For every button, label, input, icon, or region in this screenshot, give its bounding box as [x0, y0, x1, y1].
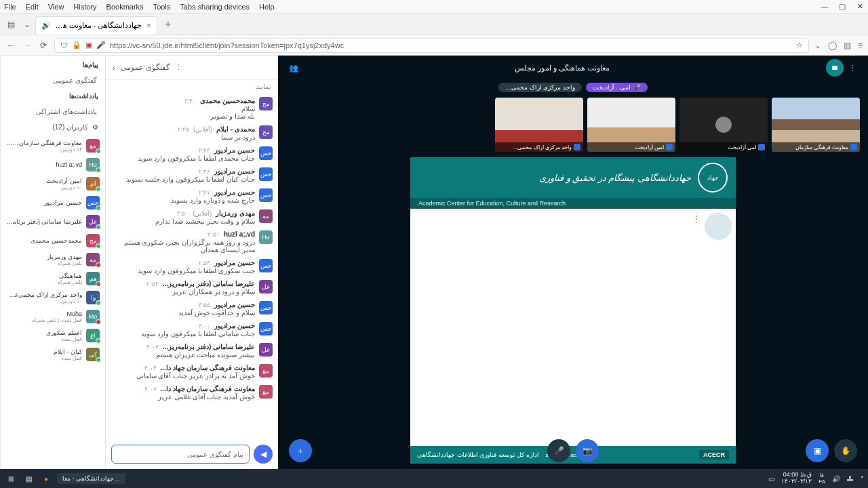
raise-hand-button[interactable]: ✋	[834, 439, 857, 462]
webcam-button[interactable]: 📷	[576, 439, 599, 462]
window-maximize[interactable]: ▢	[838, 2, 846, 11]
user-name: کیان - ایلام	[6, 348, 82, 355]
msg-time: ۲:۴۷	[199, 189, 211, 196]
user-name: واحد مرکزی اراک مخمی‌غلامی	[6, 291, 82, 298]
user-row[interactable]: هم هماهنگیتلفن همراه	[1, 269, 105, 288]
tray-network-icon[interactable]: 🖧	[847, 475, 854, 483]
user-row[interactable]: حس حسین مرادپور	[1, 193, 105, 212]
chat-message: حس حسین مرادپور۳:۵۵ سلام و حداقوت خوش آم…	[111, 301, 273, 317]
chat-messages[interactable]: مح محمدحسین محمدی۲:۴۰ سلامبله صدا و تصوی…	[106, 93, 278, 439]
users-section-header[interactable]: ⚙کاربران (12)	[1, 118, 105, 136]
msg-time: ۲:۴۳	[199, 147, 211, 154]
tab-audio-icon: 🔊	[41, 21, 51, 30]
user-row[interactable]: اع اعظم شکوریقفل شده	[1, 326, 105, 345]
taskbar-task[interactable]: …جهاددانشگاهی - معا	[57, 473, 125, 484]
slide-options-icon[interactable]: ⋮	[692, 214, 701, 224]
chat-input[interactable]	[111, 445, 250, 464]
extensiolist-icon[interactable]: ▥	[844, 41, 851, 50]
tray-chevron-icon[interactable]: ˄	[861, 475, 864, 483]
window-close[interactable]: ✕	[856, 2, 864, 11]
account-icon[interactable]: ◯	[828, 41, 837, 50]
status-dot-icon	[96, 205, 101, 211]
menu-help[interactable]: Help	[259, 3, 275, 11]
menu-tabs-sharing[interactable]: Tabs sharing devices	[180, 3, 250, 11]
browser-tab[interactable]: 🔊 جهاددانشگاهی - معاونت هماه ×	[35, 16, 157, 35]
user-row[interactable]: عل علیرضا سامانی (دفتر برنامه‌ریز...	[1, 212, 105, 231]
taskbar-clock[interactable]: ق.ظ 04:09 ۱۴۰۳/۰۳/۱۳	[781, 472, 812, 485]
video-thumb[interactable]: معاونت فرهنگی سازمان	[772, 98, 860, 152]
speaker-portrait	[705, 213, 732, 240]
nav-back-icon[interactable]: ←	[5, 41, 16, 50]
firefox-icon[interactable]: ●	[39, 475, 53, 483]
address-input[interactable]: 🛡 🔒 ▣ 🎤 https://vc-srv50.jde.ir/html5cli…	[54, 38, 809, 53]
chat-options-icon[interactable]: ⋮	[175, 63, 182, 72]
start-button[interactable]: ⊞	[4, 475, 18, 483]
actions-plus-button[interactable]: ＋	[289, 439, 312, 462]
msg-time: ۴:۰۷	[144, 386, 157, 392]
gear-icon: ⚙	[92, 123, 98, 131]
menu-view[interactable]: View	[48, 3, 64, 11]
user-name: حسین مرادپور	[6, 199, 82, 206]
avatar: هم	[86, 272, 100, 285]
msg-author: حسین مرادپور	[214, 322, 255, 329]
msg-text: جناب سامانی لطفا با میکرفون وارد سوید	[111, 330, 255, 338]
msg-time: ۲:۵۳	[146, 281, 159, 287]
menu-edit[interactable]: Edit	[26, 3, 39, 11]
new-tab-button[interactable]: +	[160, 18, 176, 30]
avatar: حس	[259, 167, 273, 181]
chat-send-button[interactable]: ◀	[254, 445, 273, 464]
msg-text: جناب محمدی لطفا با میکروفون وارد سوید	[111, 155, 255, 162]
user-row[interactable]: کی کیان - ایلامقفل شده	[1, 345, 105, 364]
bookmark-star-icon[interactable]: ☆	[796, 41, 803, 49]
user-row[interactable]: مه مهدی ورمزیارتلفن همراه	[1, 250, 105, 269]
menu-file[interactable]: File	[4, 3, 16, 11]
menu-bookmarks[interactable]: Bookmarks	[106, 3, 144, 11]
user-row[interactable]: Mo Mohaقفل شده | تلفن همراه	[1, 307, 105, 326]
task-view-icon[interactable]: ▤	[22, 475, 35, 483]
chat-close-icon[interactable]: ‹	[113, 64, 115, 72]
mic-icon	[758, 144, 765, 150]
messages-section-header: پیام‌ها	[1, 56, 105, 74]
msg-author: مهدی ورمزیار	[216, 209, 255, 217]
video-thumbnails: معاونت فرهنگی سازمان امی آزادبخت امین آز…	[278, 94, 868, 155]
user-row[interactable]: مح محمدحسین محمدی	[1, 231, 105, 250]
menu-history[interactable]: History	[73, 3, 96, 11]
users-list[interactable]: مع معاونت فرهنگی سازمان… (شما)۱۴ دوریینH…	[1, 136, 105, 469]
avatar: حس	[259, 259, 273, 272]
tray-volume-icon[interactable]: 🔊	[832, 475, 840, 483]
mic-mute-button[interactable]: 🎤	[547, 439, 570, 462]
video-thumb[interactable]: امین آزادبخت	[587, 98, 675, 152]
recent-tabs-icon[interactable]: ⌄	[19, 16, 35, 33]
nav-reload-icon[interactable]: ⟳	[38, 41, 49, 50]
share-screen-button[interactable]: ▣	[806, 439, 829, 462]
user-row[interactable]: Hu huzl a;,vd	[1, 155, 105, 174]
msg-text: سلام و درود بر همکاران عزیز	[111, 288, 255, 296]
shared-notes-link[interactable]: یادداشت‌های اشتراکی	[1, 105, 105, 118]
sidebar-toggle-icon[interactable]: ▤	[3, 16, 19, 33]
user-sub: قفل شده | تلفن همراه	[6, 317, 82, 323]
window-minimize[interactable]: —	[821, 2, 829, 11]
status-dot-icon	[96, 262, 101, 268]
msg-text: خوش آمدید جناب آقای غلامی عزیز	[111, 393, 255, 401]
app-menu-icon[interactable]: ≡	[858, 41, 863, 50]
msg-text: بیشتر سنونده مباحث عزیزان هستم	[111, 351, 255, 359]
avatar: حس	[259, 146, 273, 160]
participants-toggle-icon[interactable]: 👥	[285, 64, 302, 73]
tray-lang[interactable]: فا FA	[818, 472, 825, 485]
options-menu-icon[interactable]: ⋮	[844, 64, 861, 73]
user-row[interactable]: ام امین آزادبخت۱۰ دوریین	[1, 174, 105, 193]
video-thumb[interactable]: امی آزادبخت	[679, 98, 768, 152]
url-text: https://vc-srv50.jde.ir/html5client/join…	[110, 41, 344, 49]
msg-time: ۲:۴۰	[184, 98, 197, 104]
video-thumb[interactable]: واحد مرکزی اراک مخمی…	[495, 98, 583, 152]
user-row[interactable]: مع معاونت فرهنگی سازمان… (شما)۱۴ دوریین	[1, 136, 105, 155]
pocket-icon[interactable]: ⌄	[814, 41, 821, 50]
chat-message: حس حسین مرادپور۲:۴۳ جناب محمدی لطفا با م…	[111, 146, 273, 162]
public-chat-link[interactable]: گفتگوی عمومی	[1, 74, 105, 87]
tab-close-icon[interactable]: ×	[146, 20, 151, 30]
menu-tools[interactable]: Tools	[153, 3, 171, 11]
record-indicator-icon[interactable]	[826, 59, 844, 77]
notifications-icon[interactable]: ▭	[768, 475, 774, 483]
msg-text: درود و روز همه برگزواران بخیر، شکوری هست…	[111, 239, 255, 253]
user-row[interactable]: وا واحد مرکزی اراک مخمی‌غلامی۱۰ دوریین	[1, 288, 105, 307]
